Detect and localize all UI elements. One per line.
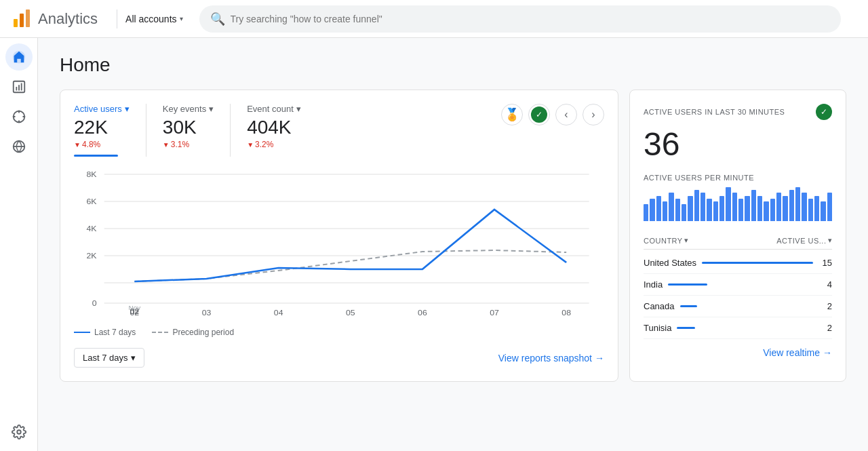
active-users-column-header[interactable]: ACTIVE US... ▾ bbox=[776, 236, 832, 245]
country-bar bbox=[668, 283, 707, 286]
metric-change-active-users: ▼ 4.8% bbox=[74, 140, 130, 149]
arrow-down-icon: ▼ bbox=[247, 141, 254, 149]
arrow-right-icon: → bbox=[595, 353, 604, 364]
realtime-card: ACTIVE USERS IN LAST 30 MINUTES ✓ 36 ACT… bbox=[629, 90, 846, 382]
country-bar-wrap bbox=[680, 305, 813, 307]
search-bar[interactable]: 🔍 bbox=[199, 5, 841, 33]
bar bbox=[745, 196, 749, 222]
svg-text:08: 08 bbox=[561, 309, 571, 317]
svg-rect-2 bbox=[26, 9, 30, 27]
next-metric-button[interactable]: › bbox=[583, 104, 604, 125]
bar bbox=[663, 201, 667, 221]
header-divider bbox=[117, 9, 117, 28]
per-minute-bar-chart bbox=[644, 187, 832, 221]
view-realtime-link[interactable]: View realtime → bbox=[763, 347, 832, 358]
svg-text:06: 06 bbox=[418, 309, 427, 317]
medal-icon-btn[interactable]: 🏅 bbox=[501, 104, 523, 125]
sidebar-item-reports[interactable] bbox=[5, 73, 33, 100]
realtime-title: ACTIVE USERS IN LAST 30 MINUTES bbox=[644, 108, 785, 116]
svg-text:03: 03 bbox=[202, 309, 212, 317]
sidebar bbox=[0, 38, 38, 451]
account-selector[interactable]: All accounts ▾ bbox=[125, 14, 182, 24]
country-count: 15 bbox=[818, 258, 832, 268]
sort-icon: ▾ bbox=[828, 236, 833, 245]
country-bar bbox=[702, 262, 813, 264]
metric-label-event-count[interactable]: Event count ▾ bbox=[247, 104, 301, 114]
settings-icon bbox=[12, 425, 26, 439]
card-footer: Last 7 days ▾ View reports snapshot → bbox=[74, 348, 604, 368]
sidebar-item-home[interactable] bbox=[5, 43, 33, 71]
chevron-down-icon: ▾ bbox=[209, 104, 214, 114]
metric-active-users: Active users ▾ 22K ▼ 4.8% bbox=[74, 104, 146, 157]
cards-row: Active users ▾ 22K ▼ 4.8% Key events ▾ bbox=[60, 90, 846, 382]
realtime-check-icon: ✓ bbox=[816, 104, 832, 120]
realtime-header: ACTIVE USERS IN LAST 30 MINUTES ✓ bbox=[644, 104, 832, 120]
sidebar-item-settings[interactable] bbox=[5, 418, 33, 446]
bar bbox=[821, 201, 825, 221]
page-title: Home bbox=[60, 54, 846, 76]
main-card: Active users ▾ 22K ▼ 4.8% Key events ▾ bbox=[60, 90, 618, 382]
metric-divider-2 bbox=[230, 104, 231, 157]
country-name: Canada bbox=[644, 301, 675, 311]
metric-nav-area: 🏅 ✓ ‹ › bbox=[501, 104, 604, 125]
reports-icon bbox=[12, 79, 26, 94]
country-column-header[interactable]: COUNTRY ▾ bbox=[644, 236, 688, 245]
view-reports-link[interactable]: View reports snapshot → bbox=[498, 353, 604, 364]
date-range-button[interactable]: Last 7 days ▾ bbox=[74, 348, 144, 368]
search-input[interactable] bbox=[231, 14, 830, 24]
check-icon-btn[interactable]: ✓ bbox=[528, 104, 550, 125]
bar bbox=[644, 204, 648, 221]
metric-change-key-events: ▼ 3.1% bbox=[163, 140, 214, 149]
arrow-down-icon: ▼ bbox=[163, 141, 170, 149]
bar bbox=[707, 199, 711, 221]
bar bbox=[656, 196, 661, 222]
legend-dashed-line bbox=[152, 332, 168, 333]
country-count: 4 bbox=[818, 279, 832, 290]
chart-svg: 8K 6K 4K 2K 0 02 02 02 03 04 bbox=[74, 168, 604, 317]
svg-text:04: 04 bbox=[274, 309, 283, 317]
realtime-footer: View realtime → bbox=[644, 347, 832, 358]
metric-value-key-events: 30K bbox=[163, 117, 214, 138]
bar bbox=[650, 199, 654, 221]
prev-metric-button[interactable]: ‹ bbox=[555, 104, 577, 125]
active-underline bbox=[74, 155, 118, 157]
svg-text:8K: 8K bbox=[86, 170, 96, 178]
bar bbox=[682, 204, 686, 221]
svg-text:Nov: Nov bbox=[128, 305, 140, 311]
country-count: 2 bbox=[818, 301, 832, 311]
chevron-down-icon: ▾ bbox=[180, 15, 183, 22]
bar bbox=[713, 201, 718, 221]
table-row: Canada 2 bbox=[644, 296, 832, 317]
metric-value-active-users: 22K bbox=[74, 117, 130, 138]
svg-text:05: 05 bbox=[346, 309, 355, 317]
table-header: COUNTRY ▾ ACTIVE US... ▾ bbox=[644, 232, 832, 250]
metric-event-count: Event count ▾ 404K ▼ 3.2% bbox=[247, 104, 317, 149]
country-name: India bbox=[644, 279, 663, 290]
metric-label-key-events[interactable]: Key events ▾ bbox=[163, 104, 214, 114]
account-name: All accounts bbox=[125, 14, 176, 24]
svg-text:2K: 2K bbox=[86, 252, 96, 260]
country-table: COUNTRY ▾ ACTIVE US... ▾ United States 1… bbox=[644, 232, 832, 339]
svg-text:07: 07 bbox=[490, 309, 499, 317]
bar bbox=[827, 193, 832, 221]
country-rows: United States 15 India 4 Canada 2 Tunisi… bbox=[644, 252, 832, 339]
sidebar-item-advertising[interactable] bbox=[5, 133, 33, 160]
metric-label-active-users[interactable]: Active users ▾ bbox=[74, 104, 130, 114]
explore-icon bbox=[12, 109, 26, 124]
chart-legend: Last 7 days Preceding period bbox=[74, 328, 604, 337]
svg-rect-5 bbox=[16, 87, 17, 91]
svg-rect-7 bbox=[20, 83, 22, 91]
bar bbox=[783, 196, 787, 222]
bar bbox=[669, 193, 673, 221]
bar bbox=[701, 193, 705, 221]
country-bar-wrap bbox=[668, 283, 813, 286]
bar bbox=[808, 199, 813, 221]
bar bbox=[726, 187, 730, 221]
chevron-down-icon: ▾ bbox=[296, 104, 301, 114]
bar bbox=[719, 196, 724, 222]
logo-area: Analytics bbox=[11, 8, 98, 30]
svg-rect-6 bbox=[18, 85, 20, 90]
arrow-down-icon: ▼ bbox=[74, 141, 81, 149]
bar bbox=[802, 193, 806, 221]
sidebar-item-explore[interactable] bbox=[5, 103, 33, 130]
